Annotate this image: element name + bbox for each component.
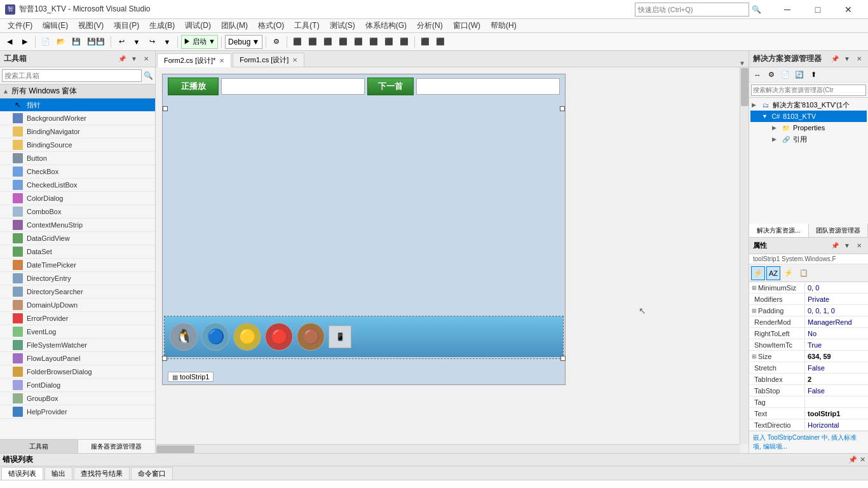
bottom-tab-command[interactable]: 命令窗口 xyxy=(131,467,173,480)
props-categorized-btn[interactable]: ⚡ xyxy=(751,266,765,280)
se-close-button[interactable]: ✕ xyxy=(854,54,864,64)
toolbox-item-datetimepicker[interactable]: DateTimePicker xyxy=(0,259,155,272)
se-properties-button[interactable]: ⚙ xyxy=(765,69,778,81)
se-tree-solution[interactable]: ▶ 🗂 解决方案'8103_KTV'(1个 xyxy=(750,99,867,111)
toolbox-item-fontdialog[interactable]: FontDialog xyxy=(0,379,155,392)
se-tab-solution[interactable]: 解决方案资源... xyxy=(749,224,809,237)
tab-form2-design[interactable]: Form2.cs [设计]* ✕ xyxy=(157,53,231,67)
align-left[interactable]: ⬛ xyxy=(290,35,304,49)
menu-edit[interactable]: 编辑(E) xyxy=(37,19,73,32)
tab-form1-close[interactable]: ✕ xyxy=(292,57,297,64)
toolbox-item-dataset[interactable]: DataSet xyxy=(0,245,155,259)
bottom-tab-errors[interactable]: 错误列表 xyxy=(1,467,43,480)
toolbox-item-directoryentry[interactable]: DirectoryEntry xyxy=(0,272,155,285)
redo-button[interactable]: ↪ xyxy=(145,35,159,49)
start-button[interactable]: ▶ 启动 ▼ xyxy=(181,35,218,49)
scroll-thumb-h[interactable] xyxy=(156,445,194,453)
toolbox-pin-button[interactable]: 📌 xyxy=(117,54,127,64)
forward-button[interactable]: ▶ xyxy=(18,35,32,49)
se-solution-arrow[interactable]: ▶ xyxy=(752,102,759,108)
props-link-area[interactable]: 嵌入 ToolStripContainer 中, 插入标准项, 编辑项... xyxy=(749,431,868,453)
bottom-tab-findsymbol[interactable]: 查找符号结果 xyxy=(74,467,130,480)
props-alphabetical-btn[interactable]: AZ xyxy=(766,266,780,280)
lock-controls[interactable]: ⬛ xyxy=(433,35,447,49)
tab-order[interactable]: ⬛ xyxy=(418,35,432,49)
scroll-thumb-v[interactable] xyxy=(741,68,749,106)
toolbox-item-directorysearcher[interactable]: DirectorySearcher xyxy=(0,285,155,299)
designer-scrollbar-vertical[interactable] xyxy=(740,67,749,444)
props-val-showitemtc[interactable]: True xyxy=(805,339,868,350)
toolbox-item-errorprovider[interactable]: ErrorProvider xyxy=(0,312,155,325)
toolbox-item-groupbox[interactable]: GroupBox xyxy=(0,392,155,405)
bottom-tab-output[interactable]: 输出 xyxy=(44,467,72,480)
undo-button[interactable]: ↩ xyxy=(114,35,128,49)
menu-help[interactable]: 帮助(H) xyxy=(485,19,522,32)
props-val-stretch[interactable]: False xyxy=(805,362,868,373)
menu-team[interactable]: 团队(M) xyxy=(216,19,253,32)
props-val-righttoleft[interactable]: No xyxy=(805,328,868,339)
props-val-textdirectio[interactable]: Horizontal xyxy=(805,419,868,430)
playing-textbox[interactable] xyxy=(221,78,365,95)
se-tree-project[interactable]: ▼ C# 8103_KTV xyxy=(750,111,867,122)
props-close-button[interactable]: ✕ xyxy=(854,241,864,251)
props-val-minimumsize[interactable]: 0, 0 xyxy=(805,282,868,293)
toolbox-item-eventlog[interactable]: EventLog xyxy=(0,325,155,339)
toolbox-item-contextmenu[interactable]: ContextMenuStrip xyxy=(0,219,155,232)
toolbox-item-pointer[interactable]: ↖ 指针 xyxy=(0,98,155,112)
attach-button[interactable]: ⚙ xyxy=(269,35,283,49)
toolbox-close-button[interactable]: ✕ xyxy=(141,54,151,64)
props-val-padding[interactable]: 0, 0, 1, 0 xyxy=(805,305,868,316)
props-proppage-btn[interactable]: 📋 xyxy=(797,266,811,280)
align-top[interactable]: ⬛ xyxy=(336,35,350,49)
props-val-tabindex[interactable]: 2 xyxy=(805,374,868,384)
tab-server-explorer[interactable]: 服务器资源管理器 xyxy=(78,440,156,453)
toolbox-category-all-windows[interactable]: ▲ 所有 Windows 窗体 xyxy=(0,85,155,98)
props-pin-button[interactable]: 📌 xyxy=(830,241,840,251)
se-search-input[interactable] xyxy=(751,85,866,96)
next-textbox[interactable] xyxy=(416,78,560,95)
open-button[interactable]: 📂 xyxy=(54,35,68,49)
se-pin-button[interactable]: 📌 xyxy=(830,54,840,64)
toolbox-item-folderbrowserdialog[interactable]: FolderBrowserDialog xyxy=(0,365,155,379)
props-val-tabstop[interactable]: False xyxy=(805,385,868,396)
se-tree-properties[interactable]: ▶ 📁 Properties xyxy=(750,122,867,133)
toolbox-item-filesystemwatcher[interactable]: FileSystemWatcher xyxy=(0,339,155,352)
bottom-panel-pin[interactable]: 📌 xyxy=(848,456,857,464)
tab-form2-close[interactable]: ✕ xyxy=(219,57,224,64)
playing-button[interactable]: 正播放 xyxy=(168,78,219,95)
menu-tools[interactable]: 工具(T) xyxy=(289,19,324,32)
se-project-arrow[interactable]: ▼ xyxy=(762,113,770,119)
toolbox-item-combobox[interactable]: ComboBox xyxy=(0,205,155,219)
props-events-btn[interactable]: ⚡ xyxy=(782,266,796,280)
se-sync-button[interactable]: ↔ xyxy=(751,69,764,81)
menu-view[interactable]: 视图(V) xyxy=(73,19,109,32)
align-right[interactable]: ⬛ xyxy=(321,35,335,49)
tab-toolbox[interactable]: 工具箱 xyxy=(0,440,78,453)
toolbox-item-colordialog[interactable]: ColorDialog xyxy=(0,192,155,205)
se-tree-references[interactable]: ▶ 🔗 引用 xyxy=(750,133,867,145)
designer-canvas-area[interactable]: 正播放 下一首 🐧 🔵 xyxy=(156,67,740,444)
undo-dropdown[interactable]: ▼ xyxy=(130,35,144,49)
props-val-tag[interactable] xyxy=(805,396,868,407)
restore-button[interactable]: □ xyxy=(803,0,832,19)
toolbox-menu-button[interactable]: ▼ xyxy=(129,54,139,64)
redo-dropdown[interactable]: ▼ xyxy=(160,35,174,49)
tab-form1-design[interactable]: Form1.cs [设计] ✕ xyxy=(233,53,304,67)
designer-scrollbar-horizontal[interactable] xyxy=(156,444,740,453)
menu-file[interactable]: 文件(F) xyxy=(3,19,37,32)
menu-test[interactable]: 测试(S) xyxy=(325,19,360,32)
toolbox-item-helpprovider[interactable]: HelpProvider xyxy=(0,405,155,419)
align-center[interactable]: ⬛ xyxy=(306,35,320,49)
menu-analyze[interactable]: 分析(N) xyxy=(412,19,448,32)
menu-debug[interactable]: 调试(D) xyxy=(180,19,216,32)
props-val-modifiers[interactable]: Private xyxy=(805,294,868,304)
menu-project[interactable]: 项目(P) xyxy=(109,19,144,32)
align-middle[interactable]: ⬛ xyxy=(351,35,365,49)
toolbox-item-datagridview[interactable]: DataGridView xyxy=(0,232,155,245)
save-all-button[interactable]: 💾💾 xyxy=(85,35,107,49)
same-width[interactable]: ⬛ xyxy=(382,35,396,49)
toolbox-item-bindnav[interactable]: BindingNavigator xyxy=(0,125,155,139)
bottom-panel-close[interactable]: ✕ xyxy=(860,456,865,464)
save-button[interactable]: 💾 xyxy=(69,35,83,49)
toolbox-item-bindingsource[interactable]: BindingSource xyxy=(0,139,155,152)
